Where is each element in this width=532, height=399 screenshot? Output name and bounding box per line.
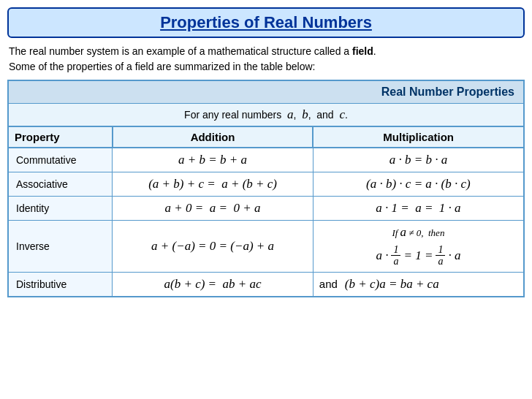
identity-multiplication: a · 1 = a = 1 · a <box>313 197 524 221</box>
associative-addition: (a + b) + c = a + (b + c) <box>113 172 314 197</box>
inverse-multiplication: If a ≠ 0, then a · 1 a = 1 = 1 a · a <box>313 221 524 273</box>
multiplication-col-header: Multiplication <box>313 126 524 148</box>
table-main-header: Real Number Properties <box>8 80 524 104</box>
distributive-label: Distributive <box>8 272 113 297</box>
distributive-addition: a(b + c) = ab + ac <box>113 272 314 297</box>
inverse-addition: a + (−a) = 0 = (−a) + a <box>113 221 314 273</box>
table-row: Commutative a + b = b + a a · b = b · a <box>8 148 524 172</box>
intro-paragraph-1: The real number system is an example of … <box>7 45 525 57</box>
inverse-label: Inverse <box>8 221 113 273</box>
associative-multiplication: (a · b) · c = a · (b · c) <box>313 172 524 197</box>
associative-label: Associative <box>8 172 113 197</box>
for-any-row: For any real numbers a, b, and c. <box>8 104 524 127</box>
table-row: Associative (a + b) + c = a + (b + c) (a… <box>8 172 524 197</box>
distributive-multiplication: and (b + c)a = ba + ca <box>313 272 524 297</box>
for-any-text: For any real numbers a, b, and c. <box>8 104 524 127</box>
table-row: Inverse a + (−a) = 0 = (−a) + a If a ≠ 0… <box>8 221 524 273</box>
table-row: Distributive a(b + c) = ab + ac and (b +… <box>8 272 524 297</box>
and-text: and <box>319 278 338 290</box>
identity-label: Identity <box>8 197 113 221</box>
table-header-row: Real Number Properties <box>8 80 524 104</box>
commutative-addition: a + b = b + a <box>113 148 314 172</box>
column-headers-row: Property Addition Multiplication <box>8 126 524 148</box>
intro-paragraph-2: Some of the properties of a field are su… <box>7 61 525 72</box>
properties-table: Real Number Properties For any real numb… <box>7 80 525 297</box>
identity-addition: a + 0 = a = 0 + a <box>113 197 314 221</box>
commutative-multiplication: a · b = b · a <box>313 148 524 172</box>
table-row: Identity a + 0 = a = 0 + a a · 1 = a = 1… <box>8 197 524 221</box>
page-title: Properties of Real Numbers <box>7 7 525 38</box>
commutative-label: Commutative <box>8 148 113 172</box>
property-col-header: Property <box>8 126 113 148</box>
addition-col-header: Addition <box>113 126 314 148</box>
